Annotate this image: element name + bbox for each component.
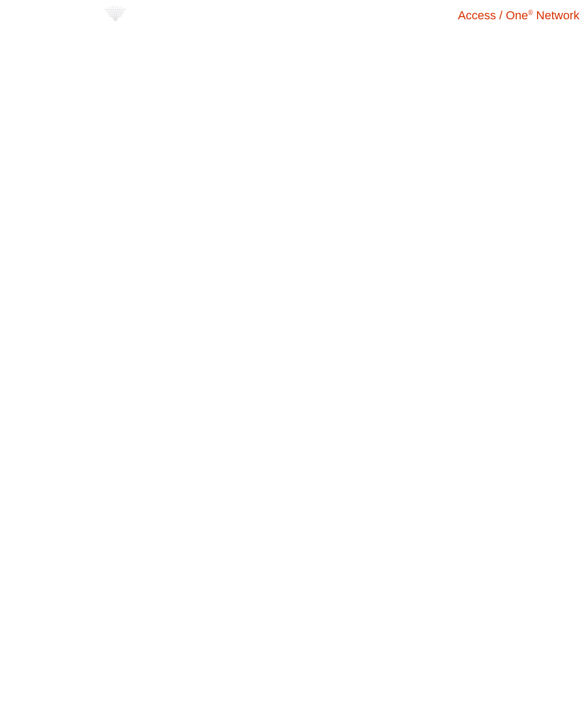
watermark-icon [102, 3, 129, 23]
header-title: Access / One® Network [458, 9, 579, 23]
registered-mark: ® [528, 9, 533, 17]
page-header: Access / One® Network [0, 0, 588, 26]
header-title-prefix: Access / One [458, 9, 528, 22]
header-title-suffix: Network [533, 9, 579, 22]
